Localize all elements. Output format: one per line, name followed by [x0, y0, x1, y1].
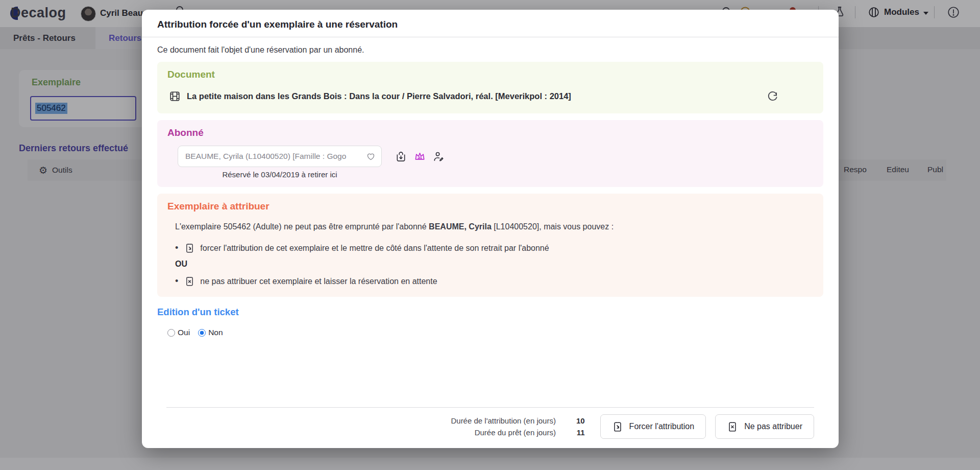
- exemplaire-text-post: [L10400520], mais vous pouvez :: [492, 222, 614, 231]
- refresh-icon[interactable]: [767, 90, 778, 102]
- exemplaire-text-name: BEAUME, Cyrila: [429, 222, 492, 231]
- option-force-text: forcer l'attribution de cet exemplaire e…: [200, 244, 549, 253]
- no-attribution-label: Ne pas attribuer: [744, 422, 802, 431]
- document-section: Document La petite maison dans les Grand…: [157, 62, 823, 113]
- basket-in-icon[interactable]: [395, 151, 407, 162]
- ticket-heading: Edition d'un ticket: [157, 307, 823, 318]
- abonne-heading: Abonné: [167, 127, 813, 138]
- no-attribution-button[interactable]: Ne pas attribuer: [715, 414, 814, 439]
- radio-oui-label: Oui: [178, 328, 190, 337]
- modal-title: Attribution forcée d'un exemplaire à une…: [157, 19, 823, 30]
- document-heading: Document: [167, 69, 813, 80]
- force-attribution-button[interactable]: Forcer l'attribution: [600, 414, 706, 439]
- abonne-row: BEAUME, Cyrila (L10400520) [Famille : Go…: [178, 146, 813, 179]
- abonne-select-value: BEAUME, Cyrila (L10400520) [Famille : Go…: [185, 152, 366, 161]
- bullet: •: [175, 243, 178, 253]
- radio-oui-circle[interactable]: [167, 329, 175, 337]
- ticket-radios: Oui Non: [167, 328, 823, 337]
- abonne-section: Abonné BEAUME, Cyrila (L10400520) [Famil…: [157, 120, 823, 187]
- edit-user-icon[interactable]: [433, 151, 445, 162]
- exemplaire-text-pre: L'exemplaire 505462 (Adulte) ne peut pas…: [175, 222, 429, 231]
- exemplaire-text: L'exemplaire 505462 (Adulte) ne peut pas…: [175, 222, 813, 231]
- clipboard-x-icon: [727, 421, 738, 432]
- abonne-select[interactable]: BEAUME, Cyrila (L10400520) [Famille : Go…: [178, 146, 382, 167]
- modal-footer: Durée de l'attribution (en jours) 10 Dur…: [166, 407, 814, 448]
- radio-non-circle[interactable]: [198, 329, 206, 337]
- exemplaire-attribuer-section: Exemplaire à attribuer L'exemplaire 5054…: [157, 194, 823, 297]
- attribution-duration-label: Durée de l'attribution (en jours): [451, 416, 555, 425]
- radio-oui[interactable]: Oui: [167, 328, 190, 337]
- loan-duration-value: 11: [576, 428, 585, 437]
- abonne-actions: [395, 151, 445, 162]
- ticket-section: Edition d'un ticket Oui Non: [157, 303, 823, 337]
- attribution-modal: Attribution forcée d'un exemplaire à une…: [142, 10, 839, 448]
- document-title: La petite maison dans les Grands Bois : …: [187, 91, 760, 101]
- option-separator: OU: [175, 260, 813, 269]
- film-icon: [169, 91, 180, 102]
- modal-intro: Ce document fait l'objet d'une réservati…: [157, 45, 823, 55]
- radio-non[interactable]: Non: [198, 328, 223, 337]
- loan-duration-label: Durée du prêt (en jours): [451, 428, 555, 437]
- crown-icon[interactable]: [414, 151, 426, 162]
- abonne-field: BEAUME, Cyrila (L10400520) [Famille : Go…: [178, 146, 382, 179]
- attribution-duration-value: 10: [576, 416, 585, 425]
- radio-non-label: Non: [208, 328, 223, 337]
- clipboard-arrow-icon: [612, 421, 623, 432]
- app-screen: Decalog Cyril Beaum: [0, 0, 980, 470]
- option-skip: • ne pas attribuer cet exemplaire et lai…: [175, 276, 813, 287]
- heart-icon[interactable]: [366, 152, 375, 161]
- durations: Durée de l'attribution (en jours) 10 Dur…: [451, 416, 584, 437]
- option-skip-text: ne pas attribuer cet exemplaire et laiss…: [200, 277, 437, 286]
- document-row: La petite maison dans les Grands Bois : …: [169, 90, 813, 102]
- modal-header: Attribution forcée d'un exemplaire à une…: [142, 10, 839, 37]
- force-attribution-label: Forcer l'attribution: [629, 422, 695, 431]
- bullet: •: [175, 276, 178, 287]
- clipboard-arrow-icon: [184, 243, 195, 253]
- option-force: • forcer l'attribution de cet exemplaire…: [175, 243, 813, 253]
- modal-body: Ce document fait l'objet d'une réservati…: [142, 37, 839, 448]
- clipboard-x-icon: [184, 276, 195, 287]
- reserved-note: Réservé le 03/04/2019 à retirer ici: [178, 170, 382, 179]
- exemplaire-attribuer-heading: Exemplaire à attribuer: [167, 201, 813, 212]
